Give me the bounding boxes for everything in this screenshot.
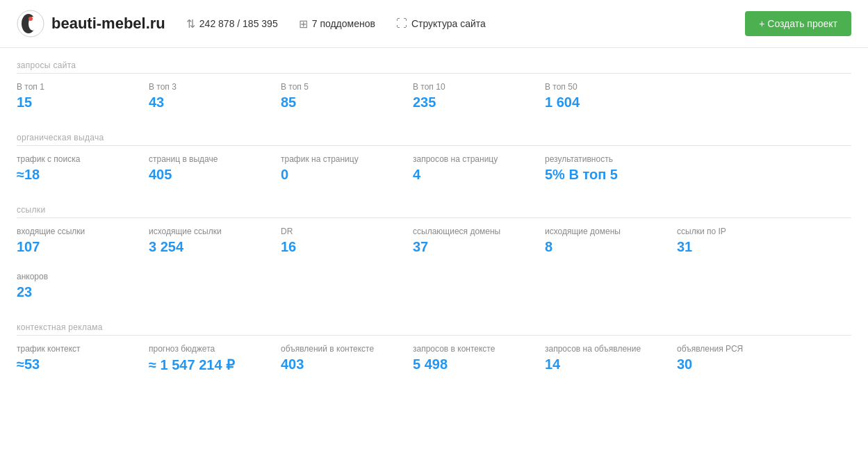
metric-top5-label: В топ 5 [281,82,392,92]
metric-dr-value: 16 [281,239,392,255]
metric-links-ip-value: 31 [677,239,788,255]
metric-top50-label: В топ 50 [545,82,656,92]
structure-stat[interactable]: ⛶ Структура сайта [396,17,486,30]
metric-traffic-page-value: 0 [281,167,392,183]
metric-links-ip: ссылки по IP 31 [677,227,788,255]
metric-context-traffic-label: трафик контекст [17,344,128,354]
metric-traffic-search-value: ≈18 [17,167,128,183]
metric-queries-context-value: 5 498 [413,356,524,372]
queries-section-title: Запросы сайта [17,60,851,74]
metric-outbound-links-label: исходящие ссылки [149,227,260,236]
traffic-icon: ⇅ [186,17,195,31]
structure-icon: ⛶ [396,17,407,30]
metric-top50: В топ 50 1 604 [545,82,656,110]
context-section-title: Контекстная реклама [17,322,851,336]
metric-top10: В топ 10 235 [413,82,524,110]
metric-budget-forecast: прогноз бюджета ≈ 1 547 214 ₽ [149,344,260,373]
organic-section-title: Органическая выдача [17,133,851,146]
metric-anchors-value: 23 [17,284,128,300]
metric-effectiveness: результативность 5% В топ 5 [545,154,656,183]
metric-rsa-ads: объявления РСЯ 30 [677,344,788,373]
metric-pages-index-value: 405 [149,167,260,183]
metric-top3: В топ 3 43 [149,82,260,110]
metric-top1-label: В топ 1 [17,82,128,92]
metric-dr: DR 16 [281,227,392,255]
traffic-stat: ⇅ 242 878 / 185 395 [186,17,278,31]
metric-top50-value: 1 604 [545,95,656,110]
metric-queries-per-ad: запросов на объявление 14 [545,344,656,373]
structure-value: Структура сайта [411,18,486,29]
metric-context-traffic-value: ≈53 [17,356,128,372]
metric-traffic-search-label: трафик с поиска [17,154,128,164]
metric-outbound-domains-value: 8 [545,239,656,255]
logo-icon [17,10,44,38]
metric-top10-value: 235 [413,95,524,110]
queries-metrics-row: В топ 1 15 В топ 3 43 В топ 5 85 В топ 1… [17,82,851,120]
metric-top10-label: В топ 10 [413,82,524,92]
metric-queries-page-label: запросов на страницу [413,154,524,164]
metric-ads-context-value: 403 [281,356,392,372]
metric-outbound-domains: исходящие домены 8 [545,227,656,255]
metric-traffic-page: трафик на страницу 0 [281,154,392,183]
metric-queries-page: запросов на страницу 4 [413,154,524,183]
metric-referring-domains-label: ссылающиеся домены [413,227,524,236]
metric-queries-per-ad-label: запросов на объявление [545,344,656,354]
metric-links-ip-label: ссылки по IP [677,227,788,236]
metric-inbound-links: входящие ссылки 107 [17,227,128,255]
metric-ads-context: объявлений в контексте 403 [281,344,392,373]
metric-top1-value: 15 [17,95,128,110]
logo-area: beauti-mebel.ru [17,10,165,38]
metric-dr-label: DR [281,227,392,236]
metric-queries-context: запросов в контексте 5 498 [413,344,524,373]
metric-queries-page-value: 4 [413,167,524,183]
metric-outbound-links: исходящие ссылки 3 254 [149,227,260,255]
metric-anchors-label: анкоров [17,272,128,281]
metric-inbound-links-label: входящие ссылки [17,227,128,236]
header: beauti-mebel.ru ⇅ 242 878 / 185 395 ⊞ 7 … [0,0,868,48]
create-project-button[interactable]: + Создать проект [745,11,851,36]
context-metrics-row: трафик контекст ≈53 прогноз бюджета ≈ 1 … [17,344,851,383]
subdomains-icon: ⊞ [299,17,308,31]
metric-queries-context-label: запросов в контексте [413,344,524,354]
links-section: Ссылки входящие ссылки 107 исходящие ссы… [17,205,851,310]
links-section-title: Ссылки [17,205,851,218]
queries-section: Запросы сайта В топ 1 15 В топ 3 43 В то… [17,60,851,120]
metric-top5: В топ 5 85 [281,82,392,110]
metric-top3-label: В топ 3 [149,82,260,92]
metric-outbound-domains-label: исходящие домены [545,227,656,236]
metric-budget-forecast-value: ≈ 1 547 214 ₽ [149,356,260,373]
metric-referring-domains: ссылающиеся домены 37 [413,227,524,255]
metric-rsa-ads-value: 30 [677,356,788,372]
links-metrics-row1: входящие ссылки 107 исходящие ссылки 3 2… [17,227,851,265]
metric-pages-index: страниц в выдаче 405 [149,154,260,183]
metric-top5-value: 85 [281,95,392,110]
subdomains-stat: ⊞ 7 поддоменов [299,17,375,31]
metric-inbound-links-value: 107 [17,239,128,255]
organic-metrics-row: трафик с поиска ≈18 страниц в выдаче 405… [17,154,851,192]
metric-rsa-ads-label: объявления РСЯ [677,344,788,354]
metric-budget-forecast-label: прогноз бюджета [149,344,260,354]
metric-traffic-page-label: трафик на страницу [281,154,392,164]
metric-outbound-links-value: 3 254 [149,239,260,255]
metric-traffic-search: трафик с поиска ≈18 [17,154,128,183]
links-metrics-row2: анкоров 23 [17,272,851,310]
svg-point-3 [28,17,33,21]
subdomains-value: 7 поддоменов [312,18,375,29]
metric-pages-index-label: страниц в выдаче [149,154,260,164]
context-section: Контекстная реклама трафик контекст ≈53 … [17,322,851,383]
organic-section: Органическая выдача трафик с поиска ≈18 … [17,133,851,192]
metric-referring-domains-value: 37 [413,239,524,255]
main-content: Запросы сайта В топ 1 15 В топ 3 43 В то… [0,60,868,383]
traffic-value: 242 878 / 185 395 [199,18,278,29]
metric-queries-per-ad-value: 14 [545,356,656,372]
metric-effectiveness-label: результативность [545,154,656,164]
site-name: beauti-mebel.ru [51,15,165,33]
metric-top1: В топ 1 15 [17,82,128,110]
metric-top3-value: 43 [149,95,260,110]
metric-effectiveness-value: 5% В топ 5 [545,167,656,183]
metric-ads-context-label: объявлений в контексте [281,344,392,354]
metric-anchors: анкоров 23 [17,272,128,300]
metric-context-traffic: трафик контекст ≈53 [17,344,128,373]
